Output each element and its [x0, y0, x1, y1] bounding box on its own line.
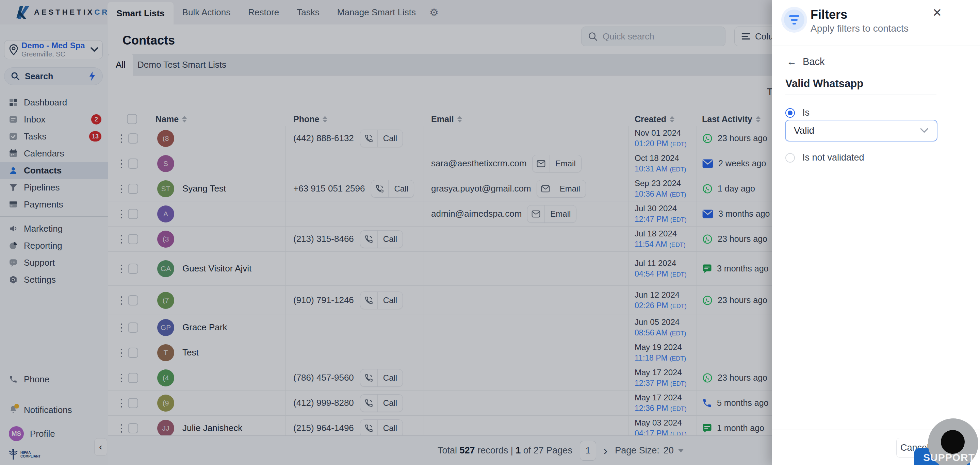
app-root: AESTHETIXCRM Smart Lists Bulk Actions Re… [0, 0, 980, 465]
select-chevron-down-icon [920, 128, 929, 133]
radio-not-validated-control[interactable] [785, 153, 795, 163]
radio-is-control[interactable] [785, 108, 795, 118]
radio-is-not-validated[interactable]: Is not validated [785, 152, 864, 163]
filter-section-title: Valid Whatsapp [785, 78, 863, 90]
support-label: SUPPORT [923, 452, 975, 463]
back-arrow-icon: ← [787, 56, 797, 67]
back-button[interactable]: ← Back [787, 56, 824, 67]
filters-subtitle: Apply filters to contacts [811, 23, 908, 34]
section-divider [785, 95, 937, 95]
close-icon[interactable]: ✕ [932, 7, 942, 18]
filters-title: Filters [811, 8, 847, 22]
whatsapp-validity-select[interactable]: Valid [785, 120, 937, 141]
filters-panel: Filters Apply filters to contacts ← Back… [772, 0, 980, 465]
filters-panel-header: Filters Apply filters to contacts [772, 0, 980, 46]
filters-icon [781, 7, 807, 33]
radio-is[interactable]: Is [785, 108, 810, 118]
